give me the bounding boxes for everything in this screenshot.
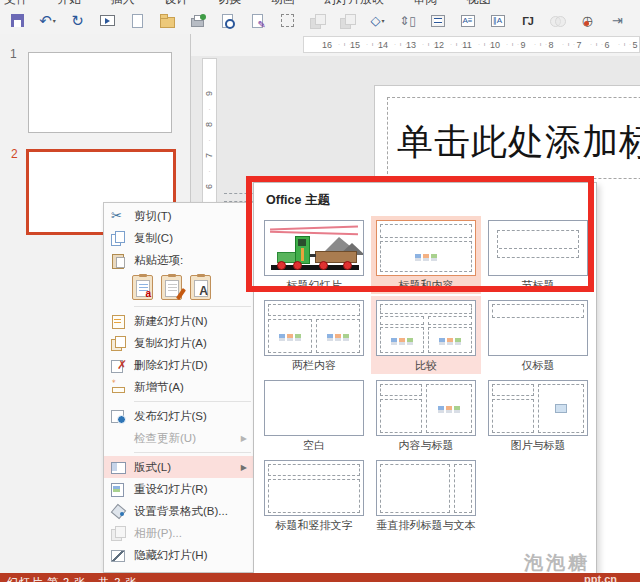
qat-align-text-button[interactable] — [428, 10, 447, 31]
paste-picture-brush-icon[interactable] — [161, 275, 182, 300]
menu-item-delete-slide[interactable]: 删除幻灯片(D) — [104, 354, 253, 376]
menu-item-reset-slide[interactable]: 重设幻灯片(R) — [104, 478, 253, 500]
layout-option-title-slide[interactable]: 标题幻灯片 — [259, 216, 369, 294]
qat-animation-timer-button[interactable]: ◷ — [578, 10, 597, 31]
menu-item-paste-options[interactable]: 粘贴选项: — [104, 249, 253, 271]
layout-thumbnail — [264, 300, 364, 356]
hruler-tick-14: 14 — [369, 40, 397, 50]
qat-new-file-button[interactable] — [128, 10, 147, 31]
menu-item-publish-slides[interactable]: 发布幻灯片(S) — [104, 405, 253, 427]
hruler-tick-16: 16 — [313, 40, 341, 50]
layout-gallery-grid: 标题幻灯片标题和内容节标题两栏内容比较仅标题空白内容与标题图片与标题标题和竖排文… — [260, 216, 592, 534]
check-updates-icon — [110, 430, 126, 446]
vruler-tick-7: 7 — [199, 153, 220, 158]
qat-undo-button[interactable]: ↶▾ — [38, 10, 57, 31]
layout-option-section-header[interactable]: 节标题 — [483, 216, 593, 294]
copy-icon — [110, 230, 126, 246]
slide-1-thumbnail[interactable] — [28, 52, 172, 133]
vruler-tick-6: 6 — [199, 184, 220, 189]
qat-line-spacing-button[interactable]: ⇕▯ — [398, 10, 417, 31]
layout-option-comparison[interactable]: 比较 — [371, 296, 481, 374]
move-split-icon: ⇥ — [612, 14, 623, 27]
paste-options-icon — [110, 252, 126, 268]
layout-option-title-only[interactable]: 仅标题 — [483, 296, 593, 374]
menu-item-new-slide[interactable]: 新建幻灯片(N) — [104, 310, 253, 332]
qat-draw-shape-button[interactable]: ◇▾ — [368, 10, 387, 31]
hruler-tick-8: 8 — [537, 40, 565, 50]
layout-option-vertical-title-text[interactable]: 垂直排列标题与文本 — [371, 456, 481, 534]
horizontal-ruler: 1615141312111098765 — [303, 36, 640, 53]
slide-1-number: 1 — [10, 47, 17, 61]
menu-item-format-background[interactable]: 设置背景格式(B)... — [104, 500, 253, 522]
menu-item-cut[interactable]: 剪切(T) — [104, 205, 253, 227]
submenu-arrow-icon: ▶ — [241, 463, 247, 472]
menu-item-photo-album: 相册(P)... — [104, 522, 253, 544]
menu-separator — [134, 452, 251, 453]
qat-print-check-button[interactable] — [188, 10, 207, 31]
menu-separator — [134, 306, 251, 307]
qat-print-preview-button[interactable] — [218, 10, 237, 31]
paste-text-only-icon[interactable] — [190, 275, 211, 300]
hruler-tick-6: 6 — [593, 40, 621, 50]
slide-2-number: 2 — [11, 147, 18, 161]
qat-move-split-button[interactable]: ⇥ — [608, 10, 627, 31]
layout-label: 节标题 — [487, 279, 589, 292]
layout-thumbnail — [376, 460, 476, 516]
layout-option-title-content[interactable]: 标题和内容 — [371, 216, 481, 294]
menu-item-label: 发布幻灯片(S) — [134, 409, 249, 424]
hruler-tick-7: 7 — [565, 40, 593, 50]
hruler-tick-5: 5 — [621, 40, 640, 50]
qat-slideshow-button[interactable] — [98, 10, 117, 31]
qat-redo-button[interactable]: ↻ — [68, 10, 87, 31]
context-menu: 剪切(T)复制(C)粘贴选项:新建幻灯片(N)复制幻灯片(A)删除幻灯片(D)新… — [103, 202, 254, 573]
status-bar-clipped-text: 幻灯片 第 2 张，共 2 张 — [7, 575, 138, 582]
qat-selection-frame-button[interactable] — [278, 10, 297, 31]
qat-vertical-text-box-button[interactable]: ∥A — [488, 10, 507, 31]
powerpoint-window: 文件 开始 插入 设计 切换 动画 幻灯片放映 审阅 视图 ↶▾↻◇▾⇕▯A≡∥… — [0, 0, 640, 582]
menu-item-label: 粘贴选项: — [134, 253, 249, 268]
layout-thumbnail — [264, 220, 364, 276]
format-background-icon — [110, 503, 126, 519]
title-placeholder[interactable]: 单击此处添加标 — [387, 97, 640, 179]
quick-access-toolbar: ↶▾↻◇▾⇕▯A≡∥AΓJ◷⇥⇤ — [0, 7, 640, 34]
layout-thumbnail — [376, 380, 476, 436]
layout-option-picture-caption[interactable]: 图片与标题 — [483, 376, 593, 454]
paste-options-row — [104, 271, 253, 303]
add-section-icon — [110, 379, 126, 395]
menu-item-layout[interactable]: 版式(L)▶ — [104, 456, 253, 478]
qat-symbol-button[interactable]: ΓJ — [518, 10, 537, 31]
vruler-tick-9: 9 — [199, 91, 220, 96]
hruler-tick-9: 9 — [509, 40, 537, 50]
qat-edit-export-button[interactable] — [248, 10, 267, 31]
menu-item-label: 复制幻灯片(A) — [134, 336, 249, 351]
selection-frame-icon — [281, 14, 294, 27]
qat-save-button[interactable] — [8, 10, 27, 31]
paste-keep-source-icon[interactable] — [132, 275, 153, 300]
menu-item-add-section[interactable]: 新增节(A) — [104, 376, 253, 398]
layout-label: 垂直排列标题与文本 — [375, 519, 477, 532]
hruler-tick-12: 12 — [425, 40, 453, 50]
menu-item-label: 新建幻灯片(N) — [134, 314, 249, 329]
layout-label: 仅标题 — [487, 359, 589, 372]
print-check-icon — [191, 18, 204, 27]
bring-forward-icon — [310, 14, 325, 28]
layout-option-content-caption[interactable]: 内容与标题 — [371, 376, 481, 454]
menu-item-hide-slide[interactable]: 隐藏幻灯片(H) — [104, 544, 253, 566]
redo-icon: ↻ — [71, 13, 84, 28]
vertical-text-box-icon: ∥A — [491, 15, 505, 27]
layout-label: 标题和竖排文字 — [263, 519, 365, 532]
qat-text-box-button[interactable]: A≡ — [458, 10, 477, 31]
layout-label: 空白 — [263, 439, 365, 452]
layout-option-blank[interactable]: 空白 — [259, 376, 369, 454]
qat-bring-forward-button — [308, 10, 327, 31]
menu-item-copy[interactable]: 复制(C) — [104, 227, 253, 249]
layout-option-title-vertical-text[interactable]: 标题和竖排文字 — [259, 456, 369, 534]
save-icon — [11, 14, 24, 27]
qat-open-folder-button[interactable] — [158, 10, 177, 31]
text-box-icon: A≡ — [461, 15, 475, 27]
layout-option-two-content[interactable]: 两栏内容 — [259, 296, 369, 374]
slideshow-icon — [100, 15, 115, 26]
qat-merge-shapes-button — [548, 10, 567, 31]
menu-item-duplicate-slide[interactable]: 复制幻灯片(A) — [104, 332, 253, 354]
layout-label: 内容与标题 — [375, 439, 477, 452]
